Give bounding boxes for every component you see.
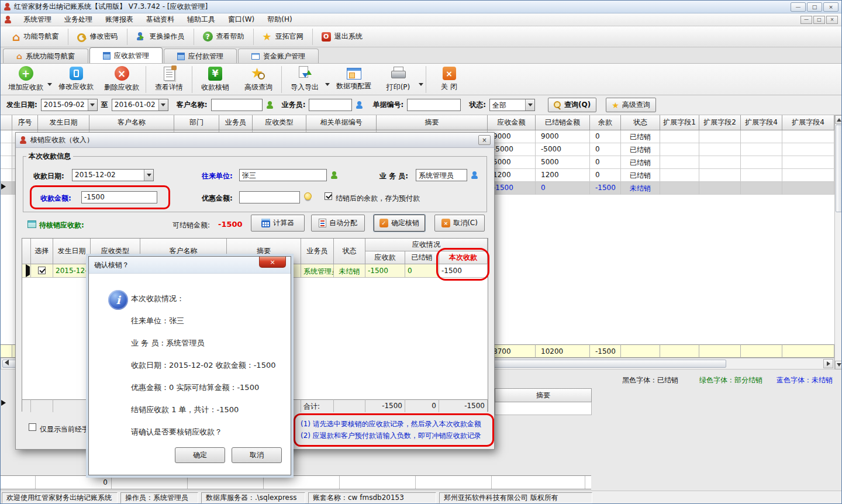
calculator-button[interactable]: 计算器: [251, 215, 305, 232]
confirm-cancel-button[interactable]: 取消: [232, 447, 282, 463]
confirm-ok-button[interactable]: 确定: [175, 447, 225, 463]
dropdown-arrow-icon[interactable]: [325, 83, 330, 88]
menu-tools[interactable]: 辅助工具: [186, 14, 216, 25]
menu-window[interactable]: 窗口(W): [227, 14, 256, 25]
salesman-picker-icon[interactable]: [471, 171, 478, 179]
discount-input[interactable]: [239, 191, 300, 203]
row-select-checkbox[interactable]: [31, 264, 53, 278]
menu-business[interactable]: 业务处理: [63, 14, 94, 25]
prepay-checkbox[interactable]: [325, 192, 332, 201]
col-header[interactable]: 状态: [621, 115, 660, 130]
customer-picker-icon[interactable]: [266, 101, 274, 109]
menu-help[interactable]: 帮助(H): [266, 14, 293, 25]
col-header[interactable]: 扩展字段4: [741, 115, 782, 130]
import-export-button[interactable]: 导入导出: [283, 64, 326, 94]
docno-input[interactable]: [407, 99, 461, 111]
col-header[interactable]: 扩展字段1: [660, 115, 699, 130]
col-header: 应收款: [365, 251, 405, 264]
view-detail-button[interactable]: 查看详情: [147, 65, 191, 94]
date-to-combo[interactable]: 2016-01-02: [112, 99, 168, 111]
date-from-combo[interactable]: 2015-09-02: [41, 99, 98, 111]
col-header[interactable]: 客户名称: [89, 115, 174, 130]
scroll-right-button[interactable]: [823, 359, 833, 368]
party-input[interactable]: 张三: [239, 169, 327, 181]
current-handler-checkbox[interactable]: [29, 423, 36, 431]
salesman-picker-icon[interactable]: [356, 101, 363, 109]
col-header[interactable]: 业务员: [219, 115, 253, 130]
scroll-left-icon[interactable]: [2, 360, 9, 365]
printer-icon: [391, 67, 406, 81]
switch-operator-button[interactable]: 更换操作员: [129, 28, 192, 46]
col-header[interactable]: 应收金额: [488, 115, 536, 130]
add-receivable-button[interactable]: + 增加应收款: [3, 64, 49, 94]
col-header[interactable]: 摘要: [377, 115, 488, 130]
menu-reports[interactable]: 账簿报表: [104, 14, 134, 25]
status-bar: 欢迎使用红管家财务出纳记账系统 操作员：系统管理员 数据库服务器：.\sqlex…: [1, 491, 841, 504]
nav-window-button[interactable]: ⌂ 功能导航窗: [5, 28, 66, 46]
delete-receivable-button[interactable]: × 删除应收款: [99, 64, 144, 94]
receipt-amount-input[interactable]: -1500: [81, 191, 157, 203]
advanced-query-button[interactable]: ★ 高级查询: [237, 64, 280, 94]
advanced-query-button-2[interactable]: ★ 高级查询: [606, 98, 656, 112]
print-button[interactable]: 打印(P): [377, 65, 420, 94]
status-combo[interactable]: 全部: [489, 99, 535, 111]
vertical-scrollbar[interactable]: [834, 115, 842, 370]
scroll-up-button[interactable]: [835, 115, 842, 124]
tab-fund-accounts[interactable]: 资金账户管理: [238, 49, 319, 63]
titlebar: 红管家财务出纳记账系统【试用版】 V7.3.742 - [应收款管理] — □ …: [1, 1, 841, 13]
data-config-button[interactable]: 数据项配置: [331, 66, 377, 93]
dropdown-arrow-icon[interactable]: [47, 83, 52, 88]
available-label: 可结销金额:: [172, 220, 210, 230]
home-icon: ⌂: [16, 51, 22, 61]
salesman-input[interactable]: 系统管理员: [416, 169, 467, 181]
current-receipt-cell[interactable]: -1500: [439, 264, 488, 278]
status-welcome: 欢迎使用红管家财务出纳记账系统: [2, 492, 118, 503]
menu-system[interactable]: 系统管理: [22, 14, 53, 25]
menu-basedata[interactable]: 基础资料: [145, 14, 175, 25]
close-tab-button[interactable]: × 关 闭: [427, 65, 471, 94]
query-button[interactable]: 查询(Q): [548, 98, 596, 112]
status-copyright: 郑州亚拓软件科技有限公司 版权所有: [439, 492, 592, 503]
col-header[interactable]: 已结销金额: [536, 115, 590, 130]
view-help-button[interactable]: ? 查看帮助: [196, 28, 251, 46]
tab-receivables[interactable]: 应收款管理: [89, 47, 163, 63]
yen-icon: ¥: [208, 67, 222, 81]
mdi-minimize-button[interactable]: —: [800, 16, 812, 24]
mdi-close-button[interactable]: ×: [826, 16, 838, 24]
salesman-input[interactable]: [309, 99, 352, 111]
status-account-set: 账套名称：cw fmsdb20153: [308, 492, 436, 503]
scroll-down-button[interactable]: [835, 361, 842, 370]
col-header[interactable]: 扩展字段4: [782, 115, 834, 130]
col-header[interactable]: 相关单据编号: [306, 115, 377, 130]
confirm-writeoff-button[interactable]: ✓ 确定核销: [374, 215, 425, 232]
col-header[interactable]: 部门: [174, 115, 219, 130]
receipt-date-combo[interactable]: 2015-12-02: [72, 169, 154, 181]
mdi-restore-button[interactable]: □: [813, 16, 825, 24]
edit-receivable-button[interactable]: 修改应收款: [53, 65, 99, 94]
minimize-button[interactable]: —: [791, 2, 806, 12]
cancel-writeoff-button[interactable]: × 取消(C): [434, 215, 485, 232]
col-header[interactable]: 应收类型: [253, 115, 306, 130]
dialog-close-button[interactable]: ×: [478, 135, 491, 145]
col-header[interactable]: 余款: [590, 115, 621, 130]
exit-system-button[interactable]: O 退出系统: [315, 28, 370, 46]
tab-system-nav[interactable]: ⌂ 系统功能导航窗: [3, 49, 88, 63]
col-header[interactable]: 序号: [12, 115, 38, 130]
party-picker-icon[interactable]: [330, 171, 338, 179]
vendor-website-button[interactable]: ★ 亚拓官网: [256, 28, 310, 46]
col-header: 业务员: [301, 239, 334, 264]
tab-payables[interactable]: 应付款管理: [164, 49, 237, 63]
scrollbar-thumb[interactable]: [836, 125, 842, 212]
confirm-close-button[interactable]: ×: [259, 257, 286, 268]
auto-assign-button[interactable]: 自动分配: [311, 215, 365, 232]
close-button[interactable]: ×: [823, 2, 838, 12]
col-header[interactable]: 发生日期: [38, 115, 89, 130]
legend-partial: 绿色字体：部分结销: [699, 375, 762, 386]
col-header[interactable]: 扩展字段2: [699, 115, 741, 130]
receipt-writeoff-button[interactable]: ¥ 收款核销: [194, 65, 237, 94]
change-password-button[interactable]: 修改密码: [70, 28, 125, 46]
document-icon: [164, 67, 175, 81]
restore-button[interactable]: □: [807, 2, 822, 12]
dropdown-arrow-icon[interactable]: [419, 83, 423, 88]
customer-input[interactable]: [211, 99, 263, 111]
